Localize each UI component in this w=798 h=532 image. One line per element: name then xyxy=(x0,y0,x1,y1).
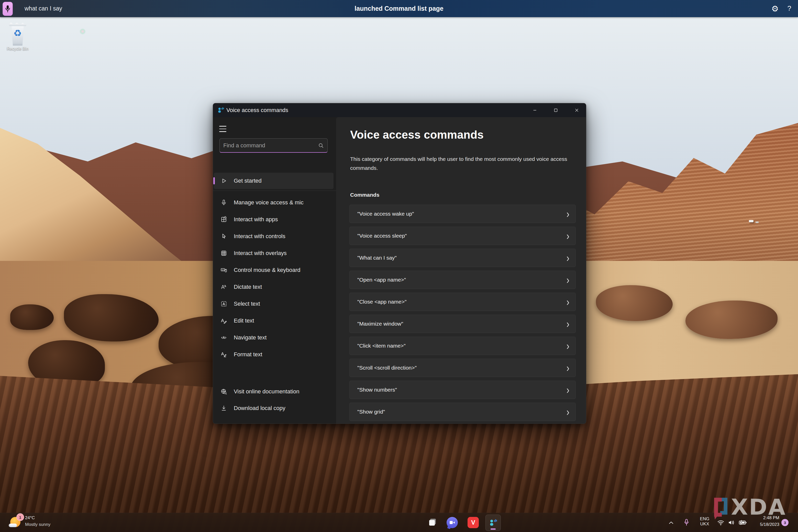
notification-count-badge[interactable]: 3 xyxy=(781,519,788,526)
window-titlebar[interactable]: Voice access commands xyxy=(213,103,586,117)
recycle-symbol-icon: ♻ xyxy=(10,28,25,38)
select-text-icon xyxy=(221,301,227,307)
tray-overflow-button[interactable] xyxy=(666,518,676,527)
recycle-bin-label: Recycle Bin xyxy=(4,46,32,51)
chevron-right-icon: › xyxy=(567,299,569,305)
minimize-button[interactable] xyxy=(526,103,544,117)
sidebar-item-interact-with-overlays[interactable]: Interact with overlays xyxy=(214,245,334,262)
sidebar-item-label: Get started xyxy=(234,177,262,184)
sidebar-item-download-local-copy[interactable]: Download local copy xyxy=(214,400,334,417)
window-sidebar: Get started Manage voice access & mic In… xyxy=(213,117,336,423)
commands-section-label: Commands xyxy=(350,192,379,198)
voice-status-text: what can I say xyxy=(24,0,62,17)
command-row-show-grid[interactable]: "Show grid" › xyxy=(349,403,576,421)
lens-flare xyxy=(80,28,86,34)
command-row-scroll-direction[interactable]: "Scroll <scroll direction>" › xyxy=(349,359,576,377)
grid-overlay-icon xyxy=(221,250,227,256)
tray-microphone-button[interactable] xyxy=(681,517,691,528)
sidebar-item-interact-with-controls[interactable]: Interact with controls xyxy=(214,228,334,245)
sidebar-item-label: Format text xyxy=(234,351,262,358)
vivaldi-browser-button[interactable]: V xyxy=(468,517,479,528)
globe-search-icon xyxy=(221,388,227,395)
sidebar-item-manage-voice-access[interactable]: Manage voice access & mic xyxy=(214,194,334,211)
battery-charging-icon xyxy=(739,520,747,525)
sidebar-item-label: Select text xyxy=(234,301,260,307)
sidebar-item-select-text[interactable]: Select text xyxy=(214,296,334,312)
chevron-right-icon: › xyxy=(567,409,569,415)
weather-widget[interactable]: 1 24°C Mostly sunny xyxy=(0,513,82,532)
sidebar-item-label: Control mouse & keyboard xyxy=(234,267,300,273)
command-row-what-can-i-say[interactable]: "What can I say" › xyxy=(349,249,576,267)
sidebar-item-interact-with-apps[interactable]: Interact with apps xyxy=(214,211,334,228)
hamburger-menu-button[interactable] xyxy=(219,125,227,132)
chevron-right-icon: › xyxy=(567,233,569,239)
active-app-indicator xyxy=(491,528,496,530)
voice-access-commands-window: Voice access commands xyxy=(213,103,586,424)
wallpaper-rock xyxy=(685,301,778,339)
cursor-icon xyxy=(221,233,227,240)
sidebar-item-label: Navigate text xyxy=(234,334,267,341)
recycle-bin-icon: ♻ xyxy=(4,22,32,46)
microphone-icon xyxy=(221,199,227,206)
task-view-button[interactable] xyxy=(428,518,438,528)
sidebar-item-label: Interact with overlays xyxy=(234,250,287,256)
sidebar-item-label: Edit text xyxy=(234,318,254,324)
chat-button[interactable] xyxy=(446,517,458,528)
sidebar-item-dictate-text[interactable]: Dictate text xyxy=(214,279,334,296)
voice-access-icon xyxy=(489,519,497,527)
command-row-open-app[interactable]: "Open <app name>" › xyxy=(349,271,576,289)
xda-bracket-left xyxy=(714,498,722,517)
chevron-right-icon: › xyxy=(567,255,569,261)
help-icon: ? xyxy=(787,5,791,13)
taskbar: 1 24°C Mostly sunny Search xyxy=(0,513,798,532)
weather-condition: Mostly sunny xyxy=(25,522,51,527)
speaker-icon xyxy=(728,519,735,526)
download-icon xyxy=(221,405,227,412)
voice-access-mic-button[interactable] xyxy=(3,2,13,16)
minimize-icon xyxy=(533,108,537,112)
sidebar-item-format-text[interactable]: Format text xyxy=(214,346,334,363)
sidebar-item-label: Interact with apps xyxy=(234,216,278,223)
dictate-icon xyxy=(221,284,227,290)
sidebar-item-navigate-text[interactable]: Navigate text xyxy=(214,329,334,346)
maximize-icon xyxy=(554,108,558,112)
keyboard-mouse-icon xyxy=(221,267,227,273)
command-row-maximize-window[interactable]: "Maximize window" › xyxy=(349,315,576,333)
wallpaper-vehicle xyxy=(756,222,759,223)
wifi-button[interactable] xyxy=(716,518,726,527)
recycle-bin-shortcut[interactable]: ♻ Recycle Bin xyxy=(4,22,32,51)
command-row-show-numbers[interactable]: "Show numbers" › xyxy=(349,381,576,399)
sidebar-item-label: Interact with controls xyxy=(234,233,285,240)
selected-item-accent xyxy=(213,177,215,185)
cloud-icon xyxy=(9,524,17,527)
edit-text-icon xyxy=(221,318,227,324)
close-button[interactable] xyxy=(568,103,586,117)
voice-caption-text: launched Command list page xyxy=(0,0,798,17)
window-title: Voice access commands xyxy=(226,103,288,117)
command-row-click-item[interactable]: "Click <item name>" › xyxy=(349,337,576,355)
desktop: what can I say launched Command list pag… xyxy=(0,0,798,532)
microphone-icon xyxy=(5,5,11,13)
sidebar-item-online-documentation[interactable]: Visit online documentation xyxy=(214,383,334,400)
play-icon xyxy=(221,177,227,184)
command-search-input[interactable] xyxy=(220,142,318,149)
chevron-right-icon: › xyxy=(567,343,569,349)
voice-settings-button[interactable]: ⚙ xyxy=(770,0,781,17)
weather-temperature: 24°C xyxy=(25,515,35,520)
sidebar-item-label: Manage voice access & mic xyxy=(234,199,304,206)
wallpaper-rock xyxy=(10,304,54,330)
format-text-icon xyxy=(221,351,227,358)
sidebar-item-edit-text[interactable]: Edit text xyxy=(214,312,334,329)
sidebar-item-label: Visit online documentation xyxy=(234,388,299,395)
voice-access-taskbar-button[interactable] xyxy=(486,515,501,531)
weather-notification-badge: 1 xyxy=(16,513,24,521)
command-search-box[interactable] xyxy=(220,138,328,153)
maximize-button[interactable] xyxy=(547,103,565,117)
command-row-close-app[interactable]: "Close <app name>" › xyxy=(349,292,576,311)
command-row-voice-access-sleep[interactable]: "Voice access sleep" › xyxy=(349,227,576,245)
command-row-voice-access-wake-up[interactable]: "Voice access wake up" › xyxy=(349,205,576,223)
voice-help-button[interactable]: ? xyxy=(784,0,794,17)
chevron-right-icon: › xyxy=(567,387,569,393)
sidebar-item-control-mouse-keyboard[interactable]: Control mouse & keyboard xyxy=(214,262,334,279)
language-indicator[interactable]: ENG UKX xyxy=(697,516,712,527)
